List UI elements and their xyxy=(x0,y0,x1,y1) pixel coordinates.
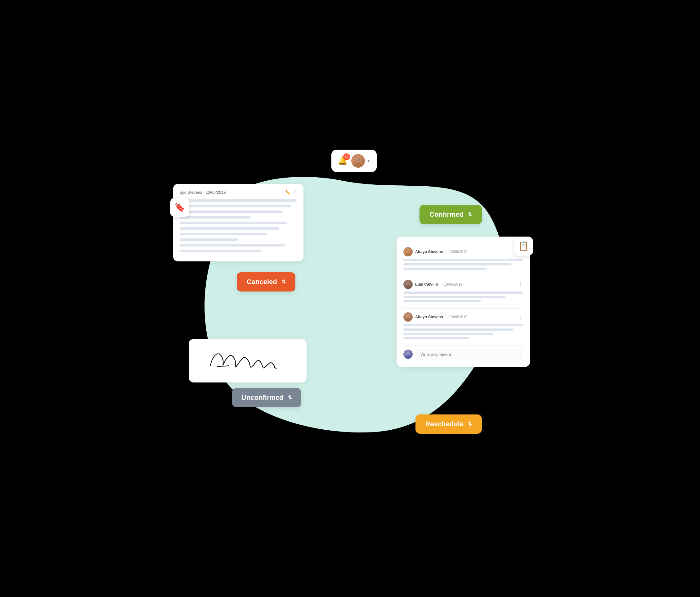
unconfirmed-selector-icon: ⇅ xyxy=(288,395,292,401)
svg-point-4 xyxy=(276,367,277,369)
comment-line-1c xyxy=(403,268,487,270)
comment-line-2c xyxy=(403,300,481,302)
text-line-6 xyxy=(180,227,279,230)
comment-line-3d xyxy=(403,337,469,339)
comments-card: Abayo Stevens · 13/06/2019 Luis Calvillo… xyxy=(397,237,530,367)
comment-header-1: Abayo Stevens · 13/06/2019 xyxy=(403,247,523,257)
notes-card-user: ayo Stevens · 13/06/2019 xyxy=(180,190,226,195)
text-line-7 xyxy=(180,233,268,235)
bookmark-icon-wrapper: 🔖 xyxy=(170,198,189,217)
comment-username-3: Abayo Stevens xyxy=(415,315,443,319)
svg-point-11 xyxy=(406,351,410,356)
notes-card: ayo Stevens · 13/06/2019 ✏️ ⤢ xyxy=(173,184,303,261)
svg-point-1 xyxy=(354,162,362,168)
confirmed-button[interactable]: Confirmed ⇅ xyxy=(420,205,482,224)
bell-wrapper: 🔔 12 xyxy=(338,156,348,165)
unconfirmed-label: Unconfirmed xyxy=(242,393,283,402)
edit-icon[interactable]: ✏️ xyxy=(285,190,291,195)
comment-line-3c xyxy=(403,333,493,335)
reschedule-button[interactable]: Reschedule ⇅ xyxy=(416,414,482,434)
notification-badge: 12 xyxy=(343,153,350,160)
text-line-4 xyxy=(180,216,250,219)
chevron-down-icon[interactable]: ▼ xyxy=(367,159,371,163)
svg-point-5 xyxy=(406,249,410,253)
comment-date-3: · 13/06/2019 xyxy=(447,315,468,319)
svg-point-3 xyxy=(359,158,360,159)
comment-entry-3: Abayo Stevens · 13/06/2019 ⋮ xyxy=(403,309,523,345)
svg-point-8 xyxy=(405,285,411,289)
svg-point-2 xyxy=(356,158,357,159)
canceled-button[interactable]: Canceled ⇅ xyxy=(237,272,295,291)
comment-line-3b xyxy=(403,329,514,331)
comment-user-info-1: Abayo Stevens · 13/06/2019 xyxy=(403,247,467,257)
confirmed-selector-icon: ⇅ xyxy=(468,211,472,217)
comment-line-1a xyxy=(403,259,523,261)
user-avatar[interactable] xyxy=(351,154,365,168)
comment-line-1b xyxy=(403,263,511,265)
comment-user-info-3: Abayo Stevens · 13/06/2019 xyxy=(403,312,467,321)
text-line-8 xyxy=(180,238,238,241)
reschedule-selector-icon: ⇅ xyxy=(468,421,472,427)
comment-header-2: Luis Calvillo · 13/06/2019 ⋮ xyxy=(403,280,523,289)
svg-point-10 xyxy=(405,318,411,321)
comment-date-2: · 13/06/2019 xyxy=(442,282,462,287)
text-line-10 xyxy=(180,249,261,252)
bookmark-icon: 🔖 xyxy=(174,202,185,212)
comment-input[interactable] xyxy=(416,349,523,360)
clipboard-icon-wrapper: 📋 xyxy=(514,237,533,256)
canceled-label: Canceled xyxy=(247,278,277,286)
text-line-1 xyxy=(180,199,297,202)
canceled-selector-icon: ⇅ xyxy=(281,279,285,285)
signature-svg xyxy=(204,347,291,375)
comment-more-2[interactable]: ⋮ xyxy=(518,281,523,288)
comment-header-3: Abayo Stevens · 13/06/2019 ⋮ xyxy=(403,312,523,321)
text-line-9 xyxy=(180,244,285,246)
comment-entry-1: Abayo Stevens · 13/06/2019 xyxy=(403,243,523,276)
comment-input-area xyxy=(403,345,523,360)
notes-card-actions[interactable]: ✏️ ⤢ xyxy=(285,190,297,195)
comment-line-2b xyxy=(403,296,505,298)
avatar-wrapper[interactable]: ▼ xyxy=(351,154,371,168)
clipboard-icon: 📋 xyxy=(518,241,529,251)
text-line-2 xyxy=(180,205,291,207)
unconfirmed-button[interactable]: Unconfirmed ⇅ xyxy=(232,388,301,407)
comment-username-1: Abayo Stevens xyxy=(415,249,443,254)
svg-point-6 xyxy=(405,253,411,257)
expand-icon[interactable]: ⤢ xyxy=(293,190,297,195)
comment-line-3a xyxy=(403,324,523,326)
signature-card xyxy=(189,339,306,382)
comment-entry-2: Luis Calvillo · 13/06/2019 ⋮ xyxy=(403,276,523,309)
svg-point-12 xyxy=(405,355,411,359)
notes-card-header: ayo Stevens · 13/06/2019 ✏️ ⤢ xyxy=(180,190,297,195)
comment-line-2a xyxy=(403,291,523,294)
comment-avatar-1 xyxy=(403,247,413,257)
comment-avatar-2 xyxy=(403,280,413,289)
reschedule-label: Reschedule xyxy=(425,420,464,428)
comment-avatar-3 xyxy=(403,312,413,321)
comment-user-info-2: Luis Calvillo · 13/06/2019 xyxy=(403,280,462,289)
comment-username-2: Luis Calvillo xyxy=(415,282,438,287)
svg-point-9 xyxy=(406,314,410,318)
commenter-avatar xyxy=(403,350,413,359)
notification-bar: 🔔 12 ▼ xyxy=(331,150,377,172)
text-line-5 xyxy=(180,222,287,224)
confirmed-label: Confirmed xyxy=(429,211,464,219)
svg-point-0 xyxy=(355,157,361,163)
text-line-3 xyxy=(180,211,283,213)
comment-date-1: · 13/06/2019 xyxy=(447,249,468,254)
comment-more-3[interactable]: ⋮ xyxy=(518,314,523,320)
svg-point-7 xyxy=(406,281,410,286)
